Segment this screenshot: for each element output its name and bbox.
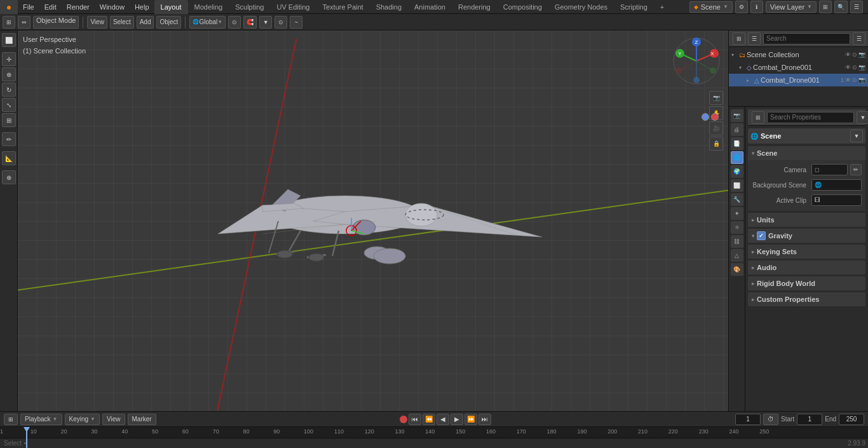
timeline-ruler[interactable]: 1 10 20 30 40 50 60 70 80 90 100 110 120…	[0, 427, 868, 448]
tab-compositing[interactable]: Compositing	[497, 0, 548, 14]
playback-btn[interactable]: Playback ▼	[20, 414, 62, 425]
snap-settings-btn[interactable]: ▼	[259, 16, 272, 29]
outliner-type-btn[interactable]: ⊞	[733, 32, 745, 45]
constraints-props-btn[interactable]: ⛓	[731, 235, 743, 248]
menu-render[interactable]: Render	[62, 0, 95, 14]
select-menu-btn[interactable]: Select	[110, 16, 134, 29]
info-btn[interactable]: ℹ	[750, 1, 763, 13]
tab-animation[interactable]: Animation	[408, 0, 452, 14]
keying-btn[interactable]: Keying ▼	[65, 414, 100, 425]
camera-value[interactable]: ◻	[811, 164, 848, 175]
outliner-drone-mesh[interactable]: ▸ △ Combat_Drone001 1 👁 ⊙ 📷	[729, 74, 868, 86]
measure-tool[interactable]: 📐	[2, 151, 16, 165]
outliner-drone-parent[interactable]: ▾ ◇ Combat_Drone001 👁 ⊙ 📷	[729, 61, 868, 74]
fps-indicator[interactable]: ⏱	[763, 414, 778, 425]
outliner-search-input[interactable]	[763, 33, 850, 44]
view-layer-selector[interactable]: View Layer ▼	[766, 1, 817, 13]
viewport-3d[interactable]: User Perspective (1) Scene Collection X …	[18, 31, 728, 411]
camera-view-btn[interactable]: 📷	[709, 91, 723, 105]
search-btn[interactable]: 🔍	[834, 1, 848, 13]
tab-texture-paint[interactable]: Texture Paint	[316, 0, 369, 14]
units-section-header[interactable]: ▸ Units	[748, 213, 865, 227]
tab-layout[interactable]: Layout	[154, 0, 188, 14]
tab-modeling[interactable]: Modeling	[188, 0, 229, 14]
play-btn[interactable]: ▶	[451, 414, 463, 425]
proportional-settings-btn[interactable]: ~	[290, 16, 302, 29]
transform-orientation-btn[interactable]: 🌐 Global ▼	[189, 16, 226, 29]
navigation-gizmo[interactable]: X Y Z	[671, 36, 722, 86]
prop-type-btn[interactable]: ⊞	[752, 111, 764, 124]
transform-pivot-btn[interactable]: ⊙	[228, 16, 241, 29]
menu-edit[interactable]: Edit	[39, 0, 62, 14]
object-mode-selector[interactable]: Object Mode	[33, 16, 79, 29]
snap-btn[interactable]: 🧲	[243, 16, 257, 29]
menu-window[interactable]: Window	[95, 0, 130, 14]
end-frame-input[interactable]	[839, 414, 864, 425]
tab-add[interactable]: +	[654, 0, 670, 14]
scene-props-btn[interactable]: 🌐	[731, 151, 743, 164]
tab-sculpting[interactable]: Sculpting	[229, 0, 270, 14]
prev-frame-btn[interactable]: ⏪	[423, 414, 435, 425]
select-icon[interactable]: ⊙	[852, 51, 857, 58]
physics-props-btn[interactable]: ⚛	[731, 221, 743, 234]
world-props-btn[interactable]: 🌍	[731, 165, 743, 178]
annotate-tool[interactable]: ✏	[2, 132, 16, 146]
render-settings-btn[interactable]: ⊞	[819, 1, 832, 13]
playhead[interactable]	[26, 427, 27, 448]
modifier-props-btn[interactable]: 🔧	[731, 193, 743, 206]
object-menu-btn[interactable]: Object	[156, 16, 181, 29]
object-select-icon[interactable]: ⊙	[852, 64, 857, 71]
scene-section-header[interactable]: ▾ Scene	[748, 146, 865, 160]
play-reverse-btn[interactable]: ◀	[437, 414, 449, 425]
menu-file[interactable]: File	[18, 0, 39, 14]
material-props-btn[interactable]: 🎨	[731, 263, 743, 276]
current-frame-input[interactable]	[735, 414, 761, 425]
active-clip-value[interactable]: 🎞	[811, 194, 862, 206]
record-btn[interactable]	[400, 416, 407, 423]
data-props-btn[interactable]: △	[731, 249, 743, 262]
camera-toggle-btn[interactable]: 🎥	[709, 121, 723, 135]
select-box-tool[interactable]: ⬜	[2, 33, 16, 47]
scale-tool[interactable]: ⤡	[2, 98, 16, 112]
scene-filter-btn[interactable]: ▼	[850, 130, 863, 142]
rigid-body-header[interactable]: ▸ Rigid Body World	[748, 276, 865, 290]
output-props-btn[interactable]: 🖨	[731, 123, 743, 136]
marker-btn[interactable]: Marker	[128, 414, 156, 425]
view-layer-props-btn[interactable]: 📑	[731, 137, 743, 150]
prop-filter-btn[interactable]: ▼	[857, 111, 868, 124]
outliner-scene-collection[interactable]: ▾ 🗂 Scene Collection 👁 ⊙ 📷	[729, 48, 868, 61]
gravity-section-header[interactable]: ▾ ✓ Gravity	[748, 229, 865, 243]
transform-tool[interactable]: ⊞	[2, 113, 16, 127]
object-render-icon[interactable]: 📷	[858, 64, 865, 71]
next-frame-btn[interactable]: ⏩	[465, 414, 477, 425]
camera-edit-btn[interactable]: ✏	[850, 164, 862, 175]
cursor-tool[interactable]: ✛	[2, 52, 16, 66]
prop-search-input[interactable]	[767, 112, 854, 123]
object-eye-icon[interactable]: 👁	[845, 64, 851, 71]
scene-settings-btn[interactable]: ⚙	[735, 1, 748, 13]
move-tool[interactable]: ⊕	[2, 67, 16, 81]
rotate-tool[interactable]: ↻	[2, 83, 16, 97]
tab-shading[interactable]: Shading	[370, 0, 408, 14]
background-scene-value[interactable]: 🌐	[811, 179, 862, 191]
mesh-eye-icon[interactable]: 👁	[845, 77, 851, 83]
keying-sets-header[interactable]: ▸ Keying Sets	[748, 245, 865, 259]
object-props-btn[interactable]: ⬜	[731, 179, 743, 192]
tab-uv-editing[interactable]: UV Editing	[270, 0, 316, 14]
outliner-mode-btn[interactable]: ☰	[748, 32, 761, 45]
render-props-btn[interactable]: 📷	[731, 109, 743, 122]
tab-geometry-nodes[interactable]: Geometry Nodes	[548, 0, 614, 14]
add-menu-btn[interactable]: Add	[137, 16, 154, 29]
tab-rendering[interactable]: Rendering	[452, 0, 497, 14]
timeline-type-btn[interactable]: ⊞	[4, 414, 18, 425]
engine-selector[interactable]: ◆ Scene ▼	[689, 1, 733, 13]
mesh-render-icon[interactable]: 📷	[858, 77, 865, 83]
render-icon[interactable]: 📷	[858, 51, 865, 58]
view-menu-tl-btn[interactable]: View	[102, 414, 125, 425]
skip-start-btn[interactable]: ⏮	[409, 414, 421, 425]
mode-toggle-btn[interactable]: ⇔	[18, 16, 31, 29]
editor-type-btn[interactable]: ⊞	[3, 16, 15, 29]
outliner-filter-btn[interactable]: ☰	[853, 32, 865, 45]
eye-icon[interactable]: 👁	[845, 51, 851, 58]
gravity-checkbox[interactable]: ✓	[757, 231, 766, 240]
